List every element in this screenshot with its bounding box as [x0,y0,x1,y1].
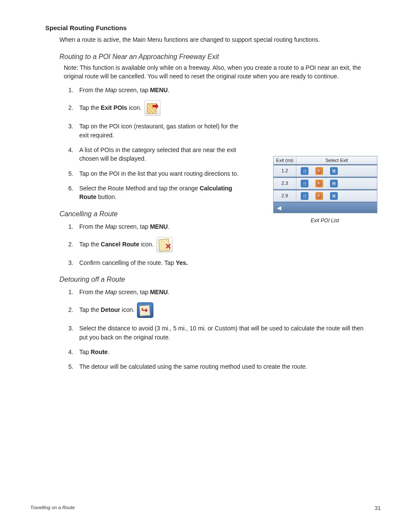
gas-station-icon[interactable] [315,167,323,175]
exit-pois-icon [144,100,161,116]
detour-icon [137,302,153,318]
section-heading: Special Routing Functions [45,24,381,31]
step: Tap the Cancel Route icon. [75,237,368,252]
page-footer: Travelling on a Route 31 [30,505,381,511]
step: Select the distance to avoid (3 mi., 5 m… [75,324,368,342]
exit-poi-table: Exit (mi) Select Exit 1.2 2.3 2.9 [273,156,377,213]
step: From the Map screen, tap MENU. [75,288,368,296]
exit-dist: 1.2 [274,165,296,177]
steps-list-cancel: From the Map screen, tap MENU. Tap the C… [64,222,368,268]
hotel-icon[interactable] [330,192,338,200]
subheading-detour: Detouring off a Route [59,276,381,283]
step: Select the Route Method and tap the oran… [75,184,239,202]
table-row: 2.3 [274,177,377,189]
note-text: Note: This function is available only wh… [64,63,368,81]
gas-station-icon[interactable] [315,192,323,200]
step: Tap the Detour icon. [75,302,368,318]
exit-poi-figure: Exit (mi) Select Exit 1.2 2.3 2.9 [273,156,377,224]
step: Confirm cancelling of the route. Tap Yes… [75,258,368,267]
exit-dist: 2.9 [274,190,296,202]
hdr-exit: Exit (mi) [274,156,296,164]
figure-caption: Exit POI List [273,218,377,224]
gas-station-icon[interactable] [315,180,323,187]
table-row: 1.2 [274,164,377,177]
table-row: 2.9 [274,189,377,202]
back-button[interactable]: ◀ [274,202,377,213]
restaurant-icon[interactable] [301,180,308,187]
steps-list-detour: From the Map screen, tap MENU. Tap the D… [64,288,368,371]
subheading-poi-exit: Routing to a POI Near an Approaching Fre… [59,53,381,61]
step: The detour will be calculated using the … [75,362,368,371]
page-number: 31 [375,505,381,511]
restaurant-icon[interactable] [301,192,308,200]
step: Tap the Exit POIs icon. [75,100,239,116]
step: A list of POIs in the category selected … [75,146,239,163]
table-header: Exit (mi) Select Exit [274,156,377,164]
step: Tap Route. [75,348,368,356]
step: Tap on the POI in the list that you want… [75,169,239,178]
intro-text: When a route is active, the Main Menu fu… [59,36,381,44]
cancel-route-icon [156,237,173,252]
hotel-icon[interactable] [330,180,338,187]
footer-section: Travelling on a Route [30,505,75,511]
exit-dist: 2.3 [274,178,296,189]
hdr-select: Select Exit [296,156,377,164]
step: Tap on the POI icon (restaurant, gas sta… [75,122,239,140]
hotel-icon[interactable] [330,167,338,175]
restaurant-icon[interactable] [301,167,308,175]
step: From the Map screen, tap MENU. [75,86,239,94]
